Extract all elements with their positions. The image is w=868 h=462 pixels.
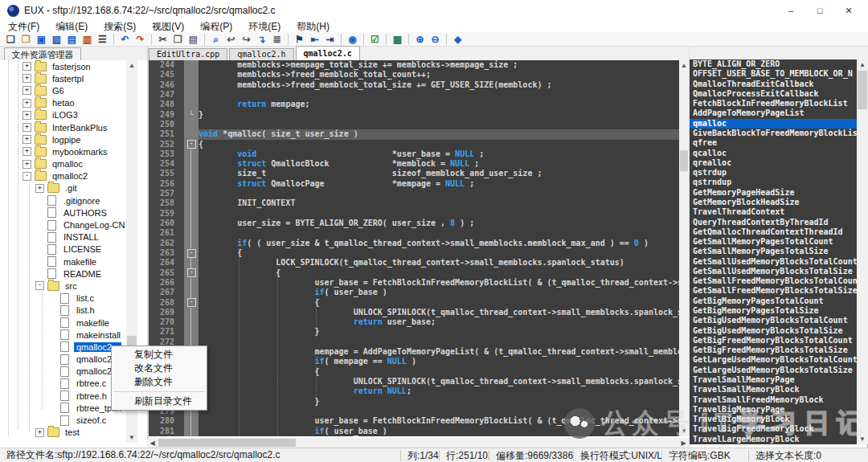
scroll-up-icon[interactable]: ▲ xyxy=(126,60,137,71)
function-item-TravelThreadContext[interactable]: TravelThreadContext xyxy=(690,207,857,217)
tab-qmalloc2.c[interactable]: qmalloc2.c xyxy=(296,46,360,60)
function-item-QmallocProcessExitCallback[interactable]: QmallocProcessExitCallback xyxy=(690,89,857,99)
new-file-icon[interactable]: ❏ xyxy=(3,33,18,46)
code-editor[interactable]: 244 memblocks->mempage_total_size += mem… xyxy=(149,60,679,436)
fold-collapse-icon[interactable]: - xyxy=(187,298,196,307)
tree-item-fastertpl[interactable]: +fastertpl xyxy=(0,72,147,84)
editor-hscrollbar[interactable]: ◀ ▶ xyxy=(147,438,689,448)
redo-icon[interactable]: ↷ xyxy=(133,33,148,46)
tree-item-label[interactable]: qmalloc xyxy=(50,159,85,169)
code-line-245[interactable]: 245 memblocks->freed_memblock_total_coun… xyxy=(149,70,679,80)
minimize-button[interactable]: – xyxy=(776,0,805,21)
code-line-246[interactable]: 246 memblocks->freed_memblock_total_size… xyxy=(149,80,679,90)
tab-qmalloc2.h[interactable]: qmalloc2.h xyxy=(229,48,293,60)
tree-item-makefile[interactable]: makefile xyxy=(0,256,147,268)
menu-item-0[interactable]: 文件(F) xyxy=(0,20,47,34)
tree-item-label[interactable]: makefile xyxy=(74,318,112,328)
find-next-icon[interactable]: ↪ xyxy=(239,33,254,46)
code-line-275[interactable]: 275- { xyxy=(149,367,679,377)
function-item-GetSmallMemoryPagesTotalSize[interactable]: GetSmallMemoryPagesTotalSize xyxy=(690,247,857,256)
find-previous-icon[interactable]: ↩ xyxy=(223,33,239,46)
code-line-280[interactable]: 280 user_base = FetchBlockInFreedMemoryB… xyxy=(149,416,679,426)
tree-item-label[interactable]: fastertpl xyxy=(50,74,86,84)
tree-item-.git[interactable]: +.git xyxy=(0,182,147,194)
code-line-274[interactable]: 274 if( mempage == NULL ) xyxy=(149,357,679,366)
function-item-GetLargeUsedMemoryBlocksTotalCount[interactable]: GetLargeUsedMemoryBlocksTotalCount xyxy=(690,355,857,365)
tree-item-label[interactable]: src xyxy=(63,281,80,291)
fold-collapse-icon[interactable]: - xyxy=(187,268,196,277)
fold-collapse-icon[interactable]: - xyxy=(187,140,196,149)
function-list-scrollbar[interactable]: ▲ ▼ xyxy=(857,59,868,444)
scroll-down-icon[interactable]: ▼ xyxy=(126,432,137,443)
code-line-254[interactable]: 254 struct QmallocBlock *memblock = NULL… xyxy=(149,159,679,169)
tree-item-G6[interactable]: +G6 xyxy=(0,84,147,96)
expand-icon[interactable]: + xyxy=(23,111,31,120)
context-menu-item-删除文件[interactable]: 删除文件 xyxy=(112,375,207,389)
context-menu-item-复制文件[interactable]: 复制文件 xyxy=(112,348,207,362)
code-line-277[interactable]: 277 return NULL; xyxy=(149,386,679,396)
menu-item-6[interactable]: 帮助(H) xyxy=(289,20,338,34)
compare-icon[interactable]: ◆ xyxy=(450,33,465,46)
tree-item-label[interactable]: README xyxy=(61,269,104,279)
tree-item-qmalloc[interactable]: +qmalloc xyxy=(0,158,147,170)
code-line-255[interactable]: 255 size_t sizeof_memblock_and_user_size… xyxy=(149,169,679,178)
tree-item-hetao[interactable]: +hetao xyxy=(0,97,147,109)
save-all-files-icon[interactable]: ▤ xyxy=(64,33,80,46)
tree-item-label[interactable]: makefile xyxy=(61,257,99,267)
scroll-right-icon[interactable]: ▶ xyxy=(678,438,689,448)
code-line-269[interactable]: 269 UNLOCK_SPINLOCK(t_qmalloc_thread_con… xyxy=(149,308,679,317)
tree-item-list.c[interactable]: list.c xyxy=(0,292,147,305)
tree-item-label[interactable]: .git xyxy=(63,183,80,193)
tree-item-label[interactable]: LICENSE xyxy=(61,244,104,254)
tree-item-makeinstall[interactable]: makeinstall xyxy=(0,329,147,341)
tree-item-fasterjson[interactable]: +fasterjson xyxy=(0,60,147,72)
tree-item-label[interactable]: fasterjson xyxy=(50,62,93,72)
editor-vscrollbar-thumb[interactable] xyxy=(680,150,688,171)
function-list-scrollbar-thumb[interactable] xyxy=(858,71,867,109)
tree-item-label[interactable]: sizeof.c xyxy=(74,415,108,425)
code-line-270[interactable]: 270 return user_base; xyxy=(149,317,679,327)
function-item-qstrndup[interactable]: qstrndup xyxy=(690,178,857,187)
code-line-262[interactable]: 262 if( ( user_size & t_qmalloc_thread_c… xyxy=(149,239,679,248)
task-list-icon[interactable]: ☑ xyxy=(367,33,383,46)
code-line-261[interactable]: 261 xyxy=(149,228,679,238)
tree-item-test[interactable]: +test xyxy=(0,427,147,439)
function-item-QmallocThreadExitCallback[interactable]: QmallocThreadExitCallback xyxy=(690,80,857,89)
expand-icon[interactable]: + xyxy=(23,147,31,156)
code-line-252[interactable]: 252-{ xyxy=(149,140,679,149)
expand-icon[interactable]: + xyxy=(35,428,44,437)
close-button[interactable]: ✕ xyxy=(834,0,863,21)
function-item-GetSmallFreedMemoryBlocksTotalCount[interactable]: GetSmallFreedMemoryBlocksTotalCount xyxy=(690,276,857,286)
tree-item-src[interactable]: -src xyxy=(0,280,147,292)
function-item-GetSmallFreedMemoryBlocksTotalSize[interactable]: GetSmallFreedMemoryBlocksTotalSize xyxy=(690,286,857,296)
save-file-icon[interactable]: ▣ xyxy=(34,33,49,46)
function-item-GetLargeUsedMemoryBlocksTotalSize[interactable]: GetLargeUsedMemoryBlocksTotalSize xyxy=(690,366,857,375)
context-menu-item-改名文件[interactable]: 改名文件 xyxy=(112,362,207,375)
editor-hscrollbar-thumb[interactable] xyxy=(158,439,296,447)
code-line-253[interactable]: 253 void *user_base = NULL ; xyxy=(149,149,679,159)
fold-toggle-icon[interactable]: - xyxy=(184,298,199,308)
zoom-in-icon[interactable]: ⊕ xyxy=(412,33,428,46)
function-item-GetBigUsedMemoryBlocksTotalCount[interactable]: GetBigUsedMemoryBlocksTotalCount xyxy=(690,316,857,325)
cut-icon[interactable]: ✂ xyxy=(155,33,170,46)
function-item-GetBigMemoryPagesTotalCount[interactable]: GetBigMemoryPagesTotalCount xyxy=(690,296,857,306)
code-line-276[interactable]: 276 UNLOCK_SPINLOCK(t_qmalloc_thread_con… xyxy=(149,377,679,386)
tree-item-label[interactable]: G6 xyxy=(50,86,67,96)
function-item-GetBigMemoryPagesTotalSize[interactable]: GetBigMemoryPagesTotalSize xyxy=(690,306,857,316)
menu-item-4[interactable]: 编程(P) xyxy=(192,20,240,34)
tree-item-iLOG3[interactable]: +iLOG3 xyxy=(0,109,147,121)
code-line-281[interactable]: 281 if( user_base ) xyxy=(149,427,679,436)
function-item-GetBigUsedMemoryBlocksTotalSize[interactable]: GetBigUsedMemoryBlocksTotalSize xyxy=(690,326,857,336)
find-list-icon[interactable]: ≣ xyxy=(269,33,285,46)
tree-item-label[interactable]: AUTHORS xyxy=(61,208,109,218)
maximize-button[interactable]: □ xyxy=(805,0,834,21)
code-line-260[interactable]: 260 user_size = BYTE_ALIGN_OR_ZERO( user… xyxy=(149,219,679,228)
code-line-264[interactable]: 264 LOCK_SPINLOCK(t_qmalloc_thread_conte… xyxy=(149,258,679,268)
code-line-263[interactable]: 263- { xyxy=(149,248,679,258)
fold-toggle-icon[interactable]: - xyxy=(184,268,199,278)
function-item-AddPageToMemoryPageList[interactable]: AddPageToMemoryPageList xyxy=(690,108,857,118)
tree-item-label[interactable]: .gitignore xyxy=(61,196,102,206)
code-line-272[interactable]: 272 xyxy=(149,337,679,347)
code-line-256[interactable]: 256 struct QmallocPage *mempage = NULL ; xyxy=(149,179,679,189)
expand-icon[interactable]: + xyxy=(23,135,31,144)
